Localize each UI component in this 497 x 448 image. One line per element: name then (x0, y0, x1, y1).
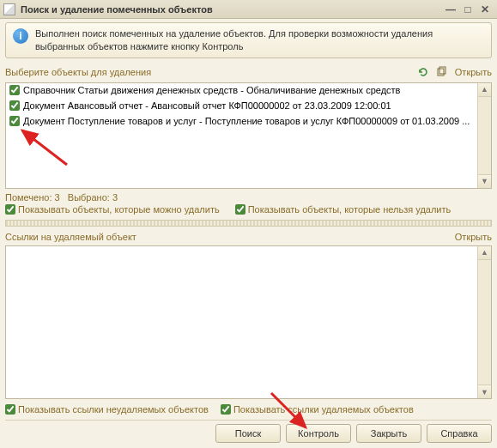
marked-label: Помечено: (5, 192, 52, 203)
references-list: ▲ ▼ (5, 245, 492, 399)
show-refs-undeletable-check[interactable]: Показывать ссылки неудаляемых объектов (5, 404, 209, 415)
marked-value: 3 (55, 192, 60, 203)
buttons-row: Поиск Контроль Закрыть Справка (5, 420, 492, 443)
selected-label: Выбрано: (68, 192, 110, 203)
show-refs-undeletable-checkbox[interactable] (5, 404, 15, 415)
references-body (6, 246, 477, 398)
show-refs-deletable-checkbox[interactable] (221, 404, 231, 415)
help-button[interactable]: Справка (427, 424, 492, 443)
search-button[interactable]: Поиск (215, 424, 281, 443)
selected-value: 3 (112, 192, 118, 203)
info-bar: i Выполнен поиск помеченных на удаление … (5, 22, 492, 58)
show-refs-deletable-check[interactable]: Показывать ссылки удаляемых объектов (221, 404, 414, 415)
show-deletable-check[interactable]: Показывать объекты, которые можно удалит… (5, 204, 220, 215)
info-text: Выполнен поиск помеченных на удаление об… (35, 27, 484, 53)
bottom-area: Показывать ссылки неудаляемых объектов П… (5, 404, 492, 443)
window-title: Поиск и удаление помеченных объектов (21, 4, 442, 15)
list-item[interactable]: Документ Поступление товаров и услуг - П… (6, 114, 477, 130)
splitter[interactable] (5, 220, 492, 227)
list-item[interactable]: Справочник Статьи движения денежных сред… (6, 83, 477, 99)
svg-rect-1 (439, 67, 445, 74)
objects-list: Справочник Статьи движения денежных сред… (5, 82, 492, 189)
document-icon (3, 3, 15, 15)
show-deletable-label: Показывать объекты, которые можно удалит… (18, 204, 220, 215)
show-undeletable-label: Показывать объекты, которые нельзя удали… (248, 204, 452, 215)
ref-scrollbar[interactable]: ▲ ▼ (477, 246, 491, 398)
scroll-up-icon[interactable]: ▲ (478, 83, 491, 97)
close-window-button[interactable]: ✕ (476, 3, 494, 16)
ref-section-label: Ссылки на удаляемый объект (5, 232, 455, 242)
item-label: Документ Поступление товаров и услуг - П… (23, 116, 470, 126)
item-label: Справочник Статьи движения денежных сред… (23, 85, 400, 95)
show-undeletable-checkbox[interactable] (235, 204, 245, 215)
open-link-ref[interactable]: Открыть (455, 232, 492, 242)
ref-section-header: Ссылки на удаляемый объект Открыть (5, 232, 492, 242)
scroll-up-icon[interactable]: ▲ (478, 246, 491, 260)
content-area: i Выполнен поиск помеченных на удаление … (0, 19, 497, 448)
show-refs-deletable-label: Показывать ссылки удаляемых объектов (233, 404, 414, 415)
select-section-header: Выберите объекты для удаления Открыть (5, 65, 492, 79)
info-icon: i (13, 28, 28, 44)
titlebar: Поиск и удаление помеченных объектов — □… (0, 0, 497, 19)
main-window: Поиск и удаление помеченных объектов — □… (0, 0, 497, 448)
scroll-down-icon[interactable]: ▼ (478, 384, 491, 398)
close-button[interactable]: Закрыть (356, 424, 421, 443)
maximize-button[interactable]: □ (459, 3, 476, 16)
control-button[interactable]: Контроль (286, 424, 351, 443)
refresh-icon[interactable] (415, 65, 431, 79)
item-label: Документ Авансовый отчет - Авансовый отч… (23, 100, 391, 111)
filter-checks: Показывать объекты, которые можно удалит… (5, 204, 492, 215)
show-undeletable-check[interactable]: Показывать объекты, которые нельзя удали… (235, 204, 452, 215)
svg-rect-0 (438, 69, 444, 76)
select-section-label: Выберите объекты для удаления (5, 67, 412, 77)
copy-icon[interactable] (434, 65, 450, 79)
show-deletable-checkbox[interactable] (5, 204, 15, 215)
item-checkbox[interactable] (9, 85, 20, 95)
open-link-top[interactable]: Открыть (455, 67, 492, 77)
item-checkbox[interactable] (9, 116, 20, 126)
show-refs-undeletable-label: Показывать ссылки неудаляемых объектов (18, 404, 209, 415)
scroll-down-icon[interactable]: ▼ (478, 174, 491, 188)
bottom-checks: Показывать ссылки неудаляемых объектов П… (5, 404, 492, 415)
count-line: Помечено: 3 Выбрано: 3 (5, 192, 492, 203)
minimize-button[interactable]: — (442, 3, 459, 16)
list-item[interactable]: Документ Авансовый отчет - Авансовый отч… (6, 99, 477, 114)
objects-rows: Справочник Статьи движения денежных сред… (6, 83, 477, 188)
list-scrollbar[interactable]: ▲ ▼ (477, 83, 491, 188)
item-checkbox[interactable] (9, 100, 20, 111)
